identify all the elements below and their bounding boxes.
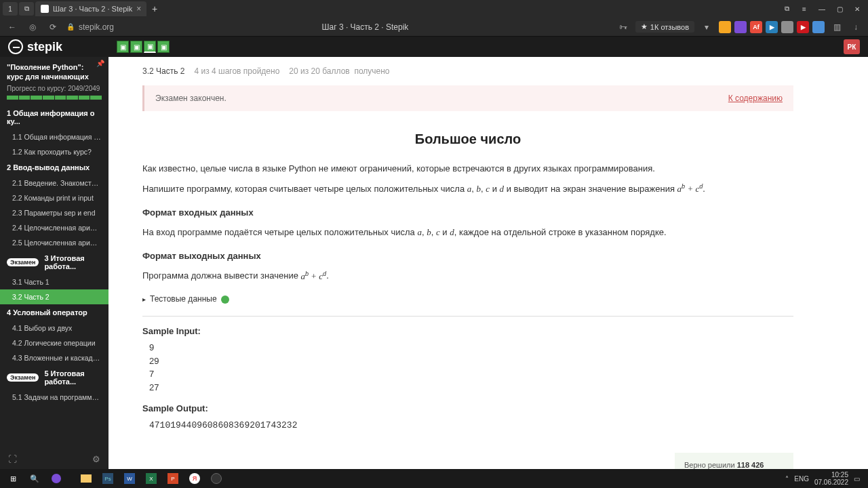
maximize-button[interactable]: ▢ bbox=[831, 2, 848, 16]
course-progress: Прогресс по курсу: 2049/2049 bbox=[7, 85, 102, 92]
back-button[interactable]: ← bbox=[5, 20, 19, 34]
page-title-center: Шаг 3 · Часть 2 · Stepik bbox=[121, 22, 610, 32]
stats-box: Верно решили 118 426 учащихся Из всех по… bbox=[675, 453, 793, 469]
fullscreen-icon[interactable]: ⛶ bbox=[8, 454, 17, 464]
sample-input: Sample Input: 929727 bbox=[142, 325, 793, 394]
app-powerpoint[interactable]: P bbox=[163, 470, 183, 487]
tab-list-icon[interactable]: ⧉ bbox=[19, 2, 34, 16]
test-data-toggle[interactable]: Тестовые данные bbox=[142, 293, 793, 306]
close-tab-icon[interactable]: × bbox=[136, 4, 141, 14]
url-box[interactable]: 🔒 stepik.org bbox=[66, 22, 114, 32]
lesson-2.5[interactable]: 2.5 Целочисленная арифм... bbox=[0, 235, 108, 250]
lesson-2.3[interactable]: 2.3 Параметры sep и end bbox=[0, 205, 108, 220]
key-icon[interactable]: 🗝 bbox=[616, 20, 630, 34]
sample-input-line: 9 bbox=[149, 341, 793, 354]
settings-icon[interactable]: ⚙ bbox=[92, 454, 100, 464]
task-title: Большое число bbox=[142, 131, 793, 147]
course-info: "Поколение Python": курс для начинающих … bbox=[0, 57, 108, 105]
section-header-2[interactable]: 2 Ввод-вывод данных bbox=[0, 159, 108, 176]
steps-done: 4 из 4 шагов пройдено bbox=[194, 66, 279, 76]
extension-icon-4[interactable] bbox=[781, 21, 793, 33]
tab-counter[interactable]: 1 bbox=[3, 2, 18, 16]
notice-link[interactable]: К содержанию bbox=[728, 94, 783, 103]
windows-taskbar: ⊞ 🔍 Ps W X P Я ˄ ENG 10:25 07.06.2022 ▭ bbox=[0, 469, 868, 488]
lesson-1.2[interactable]: 1.2 Как проходить курс? bbox=[0, 144, 108, 159]
extension-icon-5[interactable]: ▶ bbox=[797, 21, 809, 33]
tab-title: Шаг 3 · Часть 2 · Stepik bbox=[53, 5, 132, 13]
address-bar: ← ◎ ⟳ 🔒 stepik.org Шаг 3 · Часть 2 · Ste… bbox=[0, 18, 868, 37]
sidebar-icon[interactable]: ▥ bbox=[830, 20, 844, 34]
exam-badge: Экзамен bbox=[7, 373, 39, 382]
tray-lang[interactable]: ENG bbox=[794, 475, 809, 483]
notice-box: Экзамен закончен. К содержанию bbox=[142, 85, 793, 111]
app-explorer[interactable] bbox=[76, 470, 96, 487]
lesson-4.1[interactable]: 4.1 Выбор из двух bbox=[0, 321, 108, 336]
lock-icon: 🔒 bbox=[66, 23, 75, 30]
sample-output: Sample Output: 4710194409608608369201743… bbox=[142, 402, 793, 432]
stepik-header: stepik ▣ ▣ ▣ ▣ РК bbox=[0, 37, 868, 57]
star-icon: ★ bbox=[641, 22, 648, 31]
step-nav-3[interactable]: ▣ bbox=[144, 41, 156, 53]
sidebar: 📌 "Поколение Python": курс для начинающи… bbox=[0, 57, 108, 469]
pin-icon[interactable]: 📌 bbox=[96, 60, 104, 67]
lesson-3.1[interactable]: 3.1 Часть 1 bbox=[0, 274, 108, 289]
sample-input-line: 29 bbox=[149, 354, 793, 368]
step-nav-2[interactable]: ▣ bbox=[130, 41, 142, 53]
notice-text: Экзамен закончен. bbox=[155, 94, 226, 103]
new-tab-button[interactable]: + bbox=[148, 2, 161, 16]
extension-icon-1[interactable] bbox=[734, 21, 747, 33]
app-photoshop[interactable]: Ps bbox=[98, 470, 118, 487]
bookmark-icon[interactable]: ▾ bbox=[700, 20, 713, 34]
lesson-5.1[interactable]: 5.1 Задачи на программир... bbox=[0, 390, 108, 405]
lesson-1.1[interactable]: 1.1 Общая информация о ... bbox=[0, 129, 108, 144]
section-header-1[interactable]: 1 Общая информация о ку... bbox=[0, 105, 108, 129]
minimize-button[interactable]: — bbox=[814, 2, 830, 16]
browser-tab[interactable]: Шаг 3 · Часть 2 · Stepik × bbox=[35, 1, 146, 16]
score: 20 из 20 баллов получено bbox=[289, 66, 389, 76]
start-button[interactable]: ⊞ bbox=[3, 470, 23, 487]
course-title: "Поколение Python": курс для начинающих bbox=[7, 62, 102, 82]
app-word[interactable]: W bbox=[119, 470, 140, 487]
progress-bar bbox=[7, 96, 102, 100]
user-avatar[interactable]: РК bbox=[844, 39, 860, 54]
extension-icon-3[interactable]: ▶ bbox=[766, 21, 778, 33]
lesson-4.3[interactable]: 4.3 Вложенные и каскадн... bbox=[0, 350, 108, 365]
lesson-2.1[interactable]: 2.1 Введение. Знакомство ... bbox=[0, 176, 108, 190]
exam-badge: Экзамен bbox=[7, 258, 39, 266]
progress-header: 3.2 Часть 2 4 из 4 шагов пройдено 20 из … bbox=[142, 57, 834, 85]
app-excel[interactable]: X bbox=[141, 470, 161, 487]
app-cortana[interactable] bbox=[46, 470, 66, 487]
url-text: stepik.org bbox=[79, 22, 114, 32]
section-header-5[interactable]: Экзамен5 Итоговая работа... bbox=[0, 365, 108, 390]
step-nav-4[interactable]: ▣ bbox=[157, 41, 170, 53]
lesson-2.2[interactable]: 2.2 Команды print и input bbox=[0, 190, 108, 205]
extension-icon-6[interactable] bbox=[812, 21, 825, 33]
lesson-2.4[interactable]: 2.4 Целочисленная арифм... bbox=[0, 220, 108, 235]
shield-icon[interactable]: ◎ bbox=[26, 20, 39, 34]
extension-icon-2[interactable]: Af bbox=[750, 21, 762, 33]
app-obs[interactable] bbox=[206, 470, 226, 487]
search-icon[interactable]: 🔍 bbox=[24, 470, 45, 487]
section-header-4[interactable]: 4 Условный оператор bbox=[0, 304, 108, 321]
status-dot-icon bbox=[221, 296, 229, 304]
content-area: 3.2 Часть 2 4 из 4 шагов пройдено 20 из … bbox=[108, 57, 868, 469]
lesson-3.2[interactable]: 3.2 Часть 2 bbox=[0, 289, 108, 304]
tray-datetime[interactable]: 10:25 07.06.2022 bbox=[814, 471, 848, 486]
extension-icon-0[interactable] bbox=[719, 21, 731, 33]
sample-input-line: 27 bbox=[149, 381, 793, 394]
close-window-button[interactable]: ✕ bbox=[849, 2, 865, 16]
reload-button[interactable]: ⟳ bbox=[46, 20, 60, 34]
step-nav: ▣ ▣ ▣ ▣ bbox=[117, 41, 170, 53]
stepik-logo[interactable]: stepik bbox=[8, 39, 62, 54]
menu-icon[interactable]: ≡ bbox=[796, 2, 812, 16]
step-nav-1[interactable]: ▣ bbox=[117, 41, 129, 53]
sample-input-line: 7 bbox=[149, 367, 793, 381]
section-header-3[interactable]: Экзамен3 Итоговая работа... bbox=[0, 250, 108, 274]
lesson-4.2[interactable]: 4.2 Логические операции bbox=[0, 336, 108, 350]
pip-icon[interactable]: ⧉ bbox=[778, 2, 795, 16]
app-yandex[interactable]: Я bbox=[184, 470, 205, 487]
tray-chevron-icon[interactable]: ˄ bbox=[785, 475, 789, 483]
tray-notifications-icon[interactable]: ▭ bbox=[854, 475, 860, 483]
downloads-icon[interactable]: ↓ bbox=[849, 20, 863, 34]
reviews-badge[interactable]: ★ 1К отзывов bbox=[635, 21, 694, 33]
